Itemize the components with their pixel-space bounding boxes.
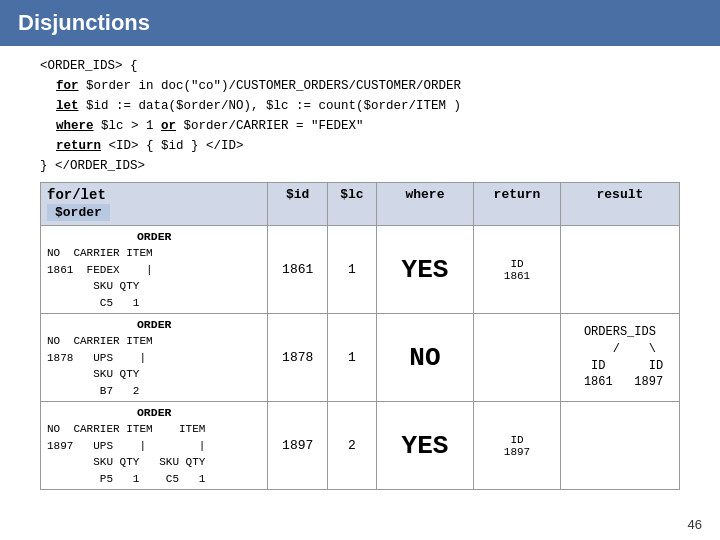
row2-where: NO	[376, 314, 473, 402]
keyword-or: or	[161, 119, 176, 133]
code-block: <ORDER_IDS> { for $order in doc("co")/CU…	[40, 56, 680, 176]
code-line4-part2: $order/CARRIER = "FEDEX"	[176, 119, 364, 133]
row1-id: 1861	[268, 226, 328, 314]
page-title: Disjunctions	[18, 10, 150, 35]
table-row: ORDER NO CARRIER ITEM 1861 FEDEX | SKU Q…	[41, 226, 680, 314]
row1-result	[560, 226, 679, 314]
code-line3-rest: $id := data($order/NO), $lc := count($or…	[79, 99, 462, 113]
row1-where: YES	[376, 226, 473, 314]
page-header: Disjunctions	[0, 0, 720, 46]
row1-order: ORDER NO CARRIER ITEM 1861 FEDEX | SKU Q…	[41, 226, 268, 314]
row3-order: ORDER NO CARRIER ITEM ITEM 1897 UPS | | …	[41, 402, 268, 490]
col-header-lc: $lc	[328, 183, 377, 226]
keyword-where: where	[56, 119, 94, 133]
row2-return	[474, 314, 561, 402]
table-row: ORDER NO CARRIER ITEM ITEM 1897 UPS | | …	[41, 402, 680, 490]
row3-lc: 2	[328, 402, 377, 490]
col-header-where: where	[376, 183, 473, 226]
main-table: for/let $order $id $lc where return resu…	[40, 182, 680, 490]
page-number: 46	[688, 517, 702, 532]
keyword-for: for	[56, 79, 79, 93]
keyword-return: return	[56, 139, 101, 153]
row1-return: ID 1861	[474, 226, 561, 314]
keyword-let: let	[56, 99, 79, 113]
row2-order: ORDER NO CARRIER ITEM 1878 UPS | SKU QTY…	[41, 314, 268, 402]
row3-where: YES	[376, 402, 473, 490]
col-header-for-let: for/let $order	[41, 183, 268, 226]
code-line1: <ORDER_IDS> {	[40, 59, 138, 73]
row3-id: 1897	[268, 402, 328, 490]
row1-lc: 1	[328, 226, 377, 314]
col-header-result: result	[560, 183, 679, 226]
row3-return: ID 1897	[474, 402, 561, 490]
row2-id: 1878	[268, 314, 328, 402]
code-line2-rest: $order in doc("co")/CUSTOMER_ORDERS/CUST…	[79, 79, 462, 93]
row2-lc: 1	[328, 314, 377, 402]
table-row: ORDER NO CARRIER ITEM 1878 UPS | SKU QTY…	[41, 314, 680, 402]
col-header-return: return	[474, 183, 561, 226]
row2-result: ORDERS_IDS / \ ID ID 1861 1897	[560, 314, 679, 402]
code-line4-part1: $lc > 1	[94, 119, 162, 133]
code-line5-rest: <ID> { $id } </ID>	[101, 139, 244, 153]
col-header-id: $id	[268, 183, 328, 226]
code-line6: } </ORDER_IDS>	[40, 159, 145, 173]
row3-result	[560, 402, 679, 490]
